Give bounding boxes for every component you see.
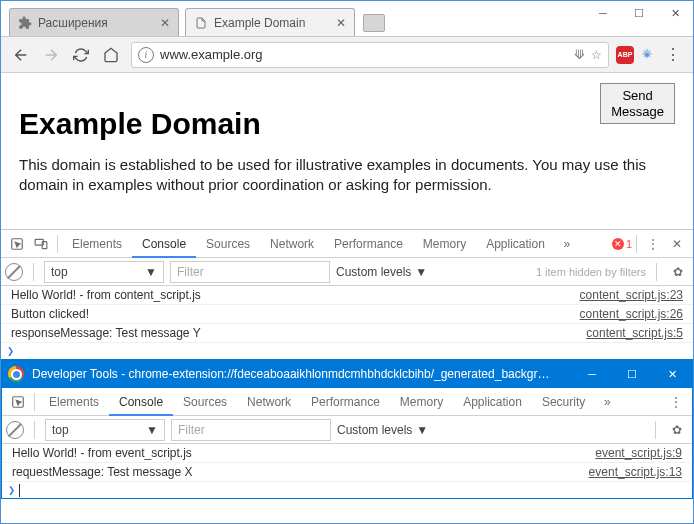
- devtools-tab-application[interactable]: Application: [453, 388, 532, 416]
- devtools-menu-icon[interactable]: ⋮: [641, 232, 665, 256]
- console-prompt[interactable]: ❯: [1, 343, 693, 359]
- devtools-tab-security[interactable]: Security: [532, 388, 595, 416]
- settings-icon[interactable]: ✿: [666, 423, 688, 437]
- devtools-tab-sources[interactable]: Sources: [173, 388, 237, 416]
- devtools-tab-performance[interactable]: Performance: [324, 230, 413, 258]
- browser-tab[interactable]: Example Domain ✕: [185, 8, 355, 36]
- minimize-button[interactable]: ─: [572, 360, 612, 388]
- error-badge[interactable]: ✕1: [612, 238, 632, 250]
- separator: [33, 263, 34, 281]
- devtools-tabbar: Elements Console Sources Network Perform…: [1, 230, 693, 258]
- devtools-tab-elements[interactable]: Elements: [39, 388, 109, 416]
- page-content: Send Message Example Domain This domain …: [1, 73, 693, 229]
- more-tabs-icon[interactable]: »: [595, 390, 619, 414]
- devtools-tab-performance[interactable]: Performance: [301, 388, 390, 416]
- address-bar: i www.example.org ⟱ ☆ ABP ⋮: [1, 37, 693, 73]
- omnibox[interactable]: i www.example.org ⟱ ☆: [131, 42, 609, 68]
- tab-strip: Расширения ✕ Example Domain ✕: [1, 1, 385, 36]
- url-text: www.example.org: [160, 47, 570, 62]
- maximize-button[interactable]: ☐: [612, 360, 652, 388]
- minimize-button[interactable]: ─: [585, 1, 621, 25]
- close-icon[interactable]: ✕: [336, 16, 346, 30]
- clear-console-icon[interactable]: [5, 263, 23, 281]
- console-output: Hello World! - from event_script.jsevent…: [2, 444, 692, 482]
- tab-title: Example Domain: [214, 16, 330, 30]
- close-button[interactable]: ✕: [657, 1, 693, 25]
- tab-title: Расширения: [38, 16, 154, 30]
- inspect-icon[interactable]: [5, 232, 29, 256]
- devtools-tab-console[interactable]: Console: [132, 230, 196, 258]
- devtools-window-title: Developer Tools - chrome-extension://fde…: [32, 367, 572, 381]
- new-tab-button[interactable]: [363, 14, 385, 32]
- window-controls: ─ ☐ ✕: [572, 360, 692, 388]
- back-button[interactable]: [7, 42, 35, 68]
- devtools-close-icon[interactable]: ✕: [665, 232, 689, 256]
- console-line: responseMessage: Test message Ycontent_s…: [1, 324, 693, 343]
- level-select[interactable]: Custom levels ▼: [337, 423, 428, 437]
- devtools-window: Developer Tools - chrome-extension://fde…: [1, 359, 693, 499]
- devtools-tabbar: Elements Console Sources Network Perform…: [2, 388, 692, 416]
- page-icon: [194, 16, 208, 30]
- console-line: Hello World! - from content_script.jscon…: [1, 286, 693, 305]
- level-select[interactable]: Custom levels ▼: [336, 265, 427, 279]
- inspect-icon[interactable]: [6, 390, 30, 414]
- separator: [57, 235, 58, 253]
- context-select[interactable]: top▼: [45, 419, 165, 441]
- adblock-icon[interactable]: ABP: [615, 45, 635, 65]
- more-tabs-icon[interactable]: »: [555, 232, 579, 256]
- reload-button[interactable]: [67, 42, 95, 68]
- site-info-icon[interactable]: i: [138, 47, 154, 63]
- browser-titlebar: Расширения ✕ Example Domain ✕ ─ ☐ ✕: [1, 1, 693, 37]
- close-icon[interactable]: ✕: [160, 16, 170, 30]
- extension-icon[interactable]: [637, 45, 657, 65]
- separator: [636, 235, 637, 253]
- close-button[interactable]: ✕: [652, 360, 692, 388]
- devtools-tab-elements[interactable]: Elements: [62, 230, 132, 258]
- devtools-tab-memory[interactable]: Memory: [413, 230, 476, 258]
- separator: [34, 393, 35, 411]
- console-filterbar: top▼ Filter Custom levels ▼ ✿: [2, 416, 692, 444]
- source-link[interactable]: content_script.js:5: [586, 326, 683, 340]
- console-line: Button clicked!content_script.js:26: [1, 305, 693, 324]
- devtools-tab-sources[interactable]: Sources: [196, 230, 260, 258]
- bookmark-icon[interactable]: ☆: [591, 48, 602, 62]
- window-controls: ─ ☐ ✕: [585, 1, 693, 25]
- separator: [655, 421, 656, 439]
- console-filterbar: top▼ Filter Custom levels ▼ 1 item hidde…: [1, 258, 693, 286]
- menu-button[interactable]: ⋮: [659, 42, 687, 68]
- source-link[interactable]: event_script.js:9: [595, 446, 682, 460]
- devtools-tab-memory[interactable]: Memory: [390, 388, 453, 416]
- filter-input[interactable]: Filter: [170, 261, 330, 283]
- filter-input[interactable]: Filter: [171, 419, 331, 441]
- separator: [656, 263, 657, 281]
- page-paragraph: This domain is established to be used fo…: [19, 155, 675, 196]
- devtools-tab-network[interactable]: Network: [260, 230, 324, 258]
- devtools-tab-application[interactable]: Application: [476, 230, 555, 258]
- browser-tab[interactable]: Расширения ✕: [9, 8, 179, 36]
- page-heading: Example Domain: [19, 107, 675, 141]
- device-icon[interactable]: [29, 232, 53, 256]
- source-link[interactable]: content_script.js:23: [580, 288, 683, 302]
- console-line: Hello World! - from event_script.jsevent…: [2, 444, 692, 463]
- devtools-docked: Elements Console Sources Network Perform…: [1, 229, 693, 359]
- console-output: Hello World! - from content_script.jscon…: [1, 286, 693, 343]
- translate-icon[interactable]: ⟱: [574, 47, 585, 62]
- context-select[interactable]: top▼: [44, 261, 164, 283]
- settings-icon[interactable]: ✿: [667, 265, 689, 279]
- home-button[interactable]: [97, 42, 125, 68]
- forward-button[interactable]: [37, 42, 65, 68]
- send-message-button[interactable]: Send Message: [600, 83, 675, 124]
- devtools-menu-icon[interactable]: ⋮: [664, 390, 688, 414]
- puzzle-icon: [18, 16, 32, 30]
- separator: [34, 421, 35, 439]
- devtools-tab-network[interactable]: Network: [237, 388, 301, 416]
- clear-console-icon[interactable]: [6, 421, 24, 439]
- console-line: requestMessage: Test message Xevent_scri…: [2, 463, 692, 482]
- source-link[interactable]: content_script.js:26: [580, 307, 683, 321]
- source-link[interactable]: event_script.js:13: [589, 465, 682, 479]
- maximize-button[interactable]: ☐: [621, 1, 657, 25]
- devtools-window-titlebar: Developer Tools - chrome-extension://fde…: [2, 360, 692, 388]
- console-prompt[interactable]: ❯: [2, 482, 692, 498]
- chrome-icon: [8, 366, 24, 382]
- devtools-tab-console[interactable]: Console: [109, 388, 173, 416]
